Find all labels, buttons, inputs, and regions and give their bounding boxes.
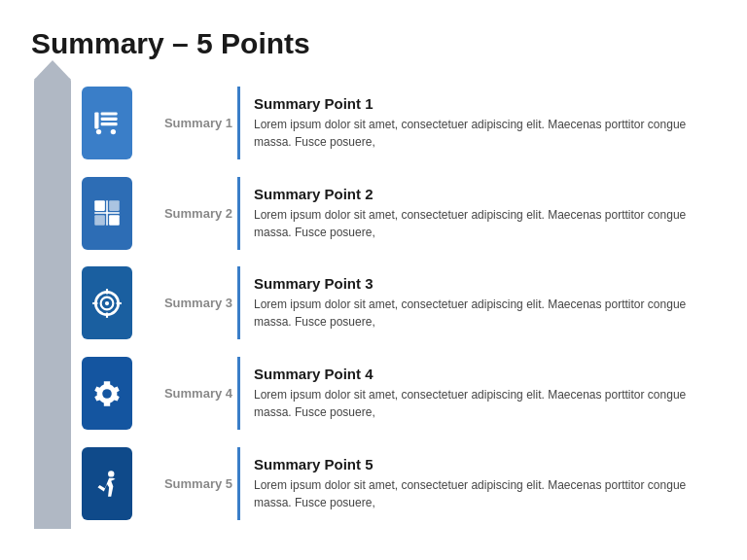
point-title-1: Summary Point 1 [254, 95, 716, 112]
svg-point-4 [96, 129, 101, 134]
svg-rect-8 [94, 215, 105, 226]
grid-icon [90, 196, 124, 229]
point-title-5: Summary Point 5 [254, 456, 716, 472]
point-body-1: Lorem ipsum dolor sit amet, consectetuer… [254, 116, 716, 151]
point-body-3: Lorem ipsum dolor sit amet, consectetuer… [254, 296, 716, 331]
point-title-3: Summary Point 3 [254, 275, 716, 292]
labels-column: Summary 1 Summary 2 Summary 3 Summary 4 … [160, 78, 237, 529]
left-column [31, 78, 132, 529]
target-icon [90, 287, 124, 320]
icon-box-4 [82, 357, 132, 430]
point-body-5: Lorem ipsum dolor sit amet, consectetuer… [254, 476, 716, 511]
label-5: Summary 5 [160, 447, 237, 520]
icon-box-5 [82, 447, 132, 520]
point-text-1: Summary Point 1 Lorem ipsum dolor sit am… [254, 87, 716, 159]
label-3: Summary 3 [160, 266, 237, 339]
cart-icon [90, 106, 124, 139]
svg-rect-0 [94, 113, 98, 129]
svg-rect-6 [94, 200, 105, 211]
point-item-1: Summary Point 1 Lorem ipsum dolor sit am… [237, 87, 716, 159]
spine-wrapper [31, 78, 74, 529]
point-title-2: Summary Point 2 [254, 186, 716, 202]
page: Summary – 5 Points [0, 0, 747, 560]
icon-box-3 [82, 266, 132, 339]
label-2: Summary 2 [160, 177, 237, 250]
icons-column [82, 78, 132, 529]
point-item-3: Summary Point 3 Lorem ipsum dolor sit am… [237, 266, 716, 339]
label-4: Summary 4 [160, 357, 237, 430]
icon-box-1 [82, 87, 132, 159]
point-body-4: Lorem ipsum dolor sit amet, consectetuer… [254, 386, 716, 421]
svg-point-20 [108, 471, 114, 476]
point-item-4: Summary Point 4 Lorem ipsum dolor sit am… [237, 357, 716, 430]
point-text-2: Summary Point 2 Lorem ipsum dolor sit am… [254, 177, 716, 250]
svg-rect-2 [101, 118, 118, 121]
svg-point-14 [105, 301, 109, 305]
svg-point-19 [102, 389, 112, 399]
point-item-2: Summary Point 2 Lorem ipsum dolor sit am… [237, 177, 716, 250]
svg-rect-1 [101, 113, 118, 116]
points-column: Summary Point 1 Lorem ipsum dolor sit am… [237, 78, 716, 529]
icon-box-2 [82, 177, 132, 250]
point-text-5: Summary Point 5 Lorem ipsum dolor sit am… [254, 447, 716, 520]
settings-icon [90, 377, 124, 410]
svg-rect-3 [101, 122, 118, 125]
page-title: Summary – 5 Points [31, 27, 716, 60]
content-area: Summary 1 Summary 2 Summary 3 Summary 4 … [31, 78, 716, 529]
svg-rect-7 [109, 200, 120, 211]
point-title-4: Summary Point 4 [254, 366, 716, 382]
runner-icon [90, 468, 124, 501]
svg-point-5 [111, 129, 116, 134]
point-item-5: Summary Point 5 Lorem ipsum dolor sit am… [237, 447, 716, 520]
point-body-2: Lorem ipsum dolor sit amet, consectetuer… [254, 206, 716, 241]
point-text-3: Summary Point 3 Lorem ipsum dolor sit am… [254, 266, 716, 339]
spine [34, 78, 71, 529]
svg-rect-9 [109, 215, 120, 226]
label-1: Summary 1 [160, 87, 237, 159]
point-text-4: Summary Point 4 Lorem ipsum dolor sit am… [254, 357, 716, 430]
